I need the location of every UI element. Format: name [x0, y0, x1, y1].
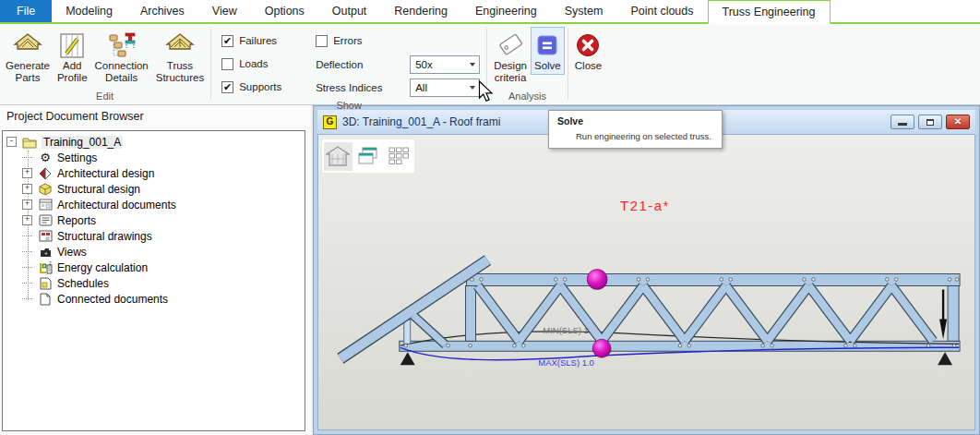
truss-member[interactable] — [948, 285, 959, 341]
expand-toggle[interactable]: + — [22, 215, 32, 225]
gear-icon: ⚙ — [38, 151, 53, 164]
house-frame-icon — [326, 146, 350, 166]
reports-icon — [38, 213, 53, 227]
tree-item-project-root[interactable]: - Training_001_A — [3, 134, 305, 150]
tab-file[interactable]: File — [0, 0, 52, 22]
solve-button[interactable]: Solve — [531, 27, 565, 75]
expand-toggle[interactable]: + — [22, 168, 32, 178]
application-window: File Modeling Archives View Options Outp… — [0, 0, 980, 435]
mouse-cursor — [478, 80, 495, 107]
tab-truss-engineering[interactable]: Truss Engineering — [708, 0, 831, 24]
tree-item-reports[interactable]: + Reports — [3, 212, 305, 228]
menu-bar: File Modeling Archives View Options Outp… — [0, 0, 980, 24]
deflection-label: Deflection — [316, 59, 410, 70]
profile-icon — [58, 30, 86, 60]
supports-checkbox[interactable]: ✔ Supports — [221, 81, 316, 93]
panel-title: Project Document Browser — [0, 105, 311, 128]
checkbox-box: ✔ — [221, 81, 233, 93]
connection-tree-icon — [107, 30, 137, 60]
truss-member[interactable] — [466, 285, 476, 341]
tree-item-architectural-documents[interactable]: + Architectural documents — [3, 197, 305, 212]
tooltip-body: Run engineering on selected truss. — [557, 127, 713, 141]
solve-equals-icon — [535, 30, 559, 60]
truss-member[interactable] — [404, 320, 411, 344]
expand-toggle[interactable]: + — [22, 184, 32, 194]
connection-details-button[interactable]: Connection Details — [91, 27, 152, 87]
stress-indices-dropdown[interactable]: All — [410, 79, 480, 97]
reaction-arrow-head — [939, 319, 947, 339]
tab-output[interactable]: Output — [318, 0, 381, 22]
view-toolbar — [322, 139, 414, 173]
tree-item-settings[interactable]: ⚙ Settings — [3, 150, 305, 165]
ribbon-separator — [568, 29, 568, 100]
close-view-button[interactable]: ✕ — [946, 115, 970, 129]
ribbon-group-analysis: Design criteria Solve Analysis — [490, 24, 565, 104]
ribbon-group-show: ✔ Failures Errors Loads Deflection 50x — [214, 24, 484, 104]
collapse-toggle[interactable]: - — [6, 137, 17, 147]
tab-system[interactable]: System — [551, 0, 617, 22]
tree-item-schedules[interactable]: Schedules — [3, 275, 305, 291]
right-support-icon — [938, 352, 952, 365]
chevron-down-icon — [466, 63, 479, 66]
folder-icon — [22, 135, 37, 149]
structural-drawings-icon — [38, 229, 53, 243]
checkbox-box: ✔ — [221, 35, 233, 47]
truss-gable-icon — [165, 30, 195, 60]
tab-modeling[interactable]: Modeling — [52, 0, 126, 22]
tree-item-connected-documents[interactable]: Connected documents — [3, 291, 305, 307]
left-support-icon — [400, 352, 415, 365]
arrow-cursor-icon — [478, 80, 495, 103]
tab-view[interactable]: View — [198, 0, 251, 22]
ribbon-group-label-analysis: Analysis — [490, 90, 565, 104]
tab-engineering[interactable]: Engineering — [461, 0, 551, 22]
tag-icon — [496, 30, 525, 60]
errors-checkbox[interactable]: Errors — [316, 35, 480, 47]
schedules-icon — [38, 276, 53, 290]
energy-calculation-icon: 2 — [38, 260, 53, 274]
structural-design-icon — [38, 182, 53, 196]
vertex-window-icon: G — [323, 115, 337, 129]
tab-rendering[interactable]: Rendering — [380, 0, 461, 22]
stress-indices-label: Stress Indices — [316, 82, 410, 93]
truss-structures-button[interactable]: Truss Structures — [152, 27, 208, 87]
tab-options[interactable]: Options — [251, 0, 318, 22]
tree-item-structural-design[interactable]: + Structural design — [3, 181, 305, 197]
tree-item-energy-calculation[interactable]: 2 Energy calculation — [3, 260, 305, 275]
add-profile-button[interactable]: Add Profile — [54, 27, 91, 87]
truss-id-label: T21-a* — [620, 198, 670, 213]
framing-view-button[interactable] — [324, 142, 353, 171]
expand-toggle[interactable]: + — [22, 199, 32, 210]
restore-button[interactable] — [918, 115, 942, 129]
architectural-design-icon — [38, 166, 53, 180]
selection-handle-sphere-bottom[interactable] — [592, 339, 611, 357]
checkbox-box — [221, 58, 233, 70]
tree-item-architectural-design[interactable]: + Architectural design — [3, 165, 305, 181]
project-document-browser-panel: Project Document Browser - Training_001_… — [0, 105, 311, 435]
tab-archives[interactable]: Archives — [126, 0, 198, 22]
loads-checkbox[interactable]: Loads — [221, 58, 316, 70]
tree-item-structural-drawings[interactable]: Structural drawings — [3, 228, 305, 244]
minimize-button[interactable] — [890, 115, 914, 129]
selection-handle-sphere-top[interactable] — [587, 270, 607, 290]
tree-item-views[interactable]: Views — [3, 244, 305, 260]
failures-checkbox[interactable]: ✔ Failures — [221, 35, 316, 47]
cascade-windows-button[interactable] — [354, 142, 383, 171]
tile-windows-button[interactable] — [384, 142, 412, 171]
tab-point-clouds[interactable]: Point clouds — [616, 0, 707, 22]
generate-parts-button[interactable]: Generate Parts — [2, 27, 54, 87]
close-icon — [575, 30, 601, 60]
design-criteria-button[interactable]: Design criteria — [490, 27, 531, 87]
views-camera-icon — [38, 245, 53, 259]
architectural-documents-icon — [38, 198, 53, 211]
tile-grid-icon — [388, 146, 410, 166]
cascade-windows-icon — [357, 146, 379, 166]
close-button[interactable]: Close — [571, 27, 605, 75]
ribbon-separator — [210, 29, 211, 100]
drawing-area[interactable]: MIN(SLS) 1.2 — [317, 134, 975, 430]
ribbon-group-close: Close — [571, 24, 605, 104]
truss-gable-icon — [13, 30, 42, 60]
3d-view-window: G 3D: Training_001_A - Roof frami ✕ — [313, 105, 980, 435]
deflection-dropdown[interactable]: 50x — [410, 55, 480, 74]
checkbox-box — [316, 35, 328, 47]
workspace: Project Document Browser - Training_001_… — [0, 105, 980, 435]
